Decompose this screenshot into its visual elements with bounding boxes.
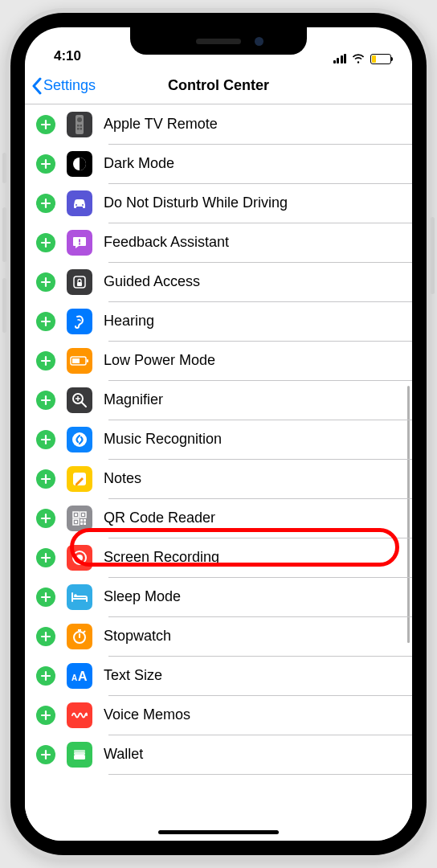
shazam-icon — [67, 427, 92, 452]
add-button[interactable] — [36, 233, 55, 252]
add-button[interactable] — [36, 351, 55, 371]
svg-rect-50 — [80, 519, 83, 522]
add-button[interactable] — [36, 194, 55, 213]
list-item-label: Screen Recording — [104, 549, 219, 566]
add-button[interactable] — [36, 430, 55, 449]
add-button[interactable] — [36, 154, 55, 174]
list-item[interactable]: Hearing — [25, 301, 412, 341]
ear-icon — [67, 309, 92, 334]
svg-point-38 — [72, 432, 87, 447]
list-item[interactable]: Low Power Mode — [25, 341, 412, 380]
list-item-label: Notes — [104, 470, 141, 487]
car-icon — [67, 190, 92, 216]
list-item[interactable]: Stopwatch — [25, 616, 412, 656]
record-icon — [67, 545, 92, 571]
list-item-label: Stopwatch — [104, 628, 171, 645]
svg-rect-52 — [80, 522, 83, 525]
plus-icon — [40, 710, 51, 721]
svg-rect-28 — [72, 358, 80, 363]
plus-icon — [40, 198, 51, 209]
add-button[interactable] — [36, 115, 55, 134]
add-button[interactable] — [36, 312, 55, 331]
controls-list[interactable]: Apple TV RemoteDark ModeDo Not Disturb W… — [25, 104, 412, 841]
add-button[interactable] — [36, 469, 55, 489]
list-item[interactable]: Screen Recording — [25, 538, 412, 577]
add-button[interactable] — [36, 391, 55, 410]
plus-icon — [40, 316, 51, 327]
volume-down-button — [2, 278, 6, 333]
list-item[interactable]: Do Not Disturb While Driving — [25, 183, 412, 223]
svg-rect-41 — [73, 473, 86, 485]
add-button[interactable] — [36, 627, 55, 646]
plus-icon — [40, 158, 51, 170]
list-item[interactable]: AAText Size — [25, 656, 412, 695]
svg-point-3 — [77, 117, 82, 122]
svg-rect-29 — [87, 359, 88, 362]
add-button[interactable] — [36, 706, 55, 725]
list-item-label: Magnifier — [104, 391, 163, 408]
voice-memos-icon — [67, 702, 92, 728]
phone-bezel: 4:10 Set — [10, 13, 427, 855]
list-item-label: Text Size — [104, 667, 162, 684]
svg-rect-4 — [77, 125, 80, 127]
back-button[interactable]: Settings — [31, 77, 96, 95]
list-item[interactable]: Wallet — [25, 735, 412, 774]
plus-icon — [40, 276, 51, 288]
svg-rect-5 — [80, 125, 83, 127]
svg-text:A: A — [71, 674, 77, 682]
add-button[interactable] — [36, 272, 55, 292]
svg-point-14 — [82, 204, 84, 206]
add-button[interactable] — [36, 745, 55, 764]
list-item-label: Apple TV Remote — [104, 116, 218, 133]
list-item-label: Low Power Mode — [104, 352, 215, 369]
add-button[interactable] — [36, 509, 55, 528]
svg-rect-47 — [82, 514, 84, 516]
add-button[interactable] — [36, 666, 55, 686]
speaker-grille — [196, 39, 241, 44]
list-item[interactable]: Apple TV Remote — [25, 104, 412, 144]
plus-icon — [40, 552, 51, 563]
plus-icon — [40, 237, 51, 248]
plus-icon — [40, 631, 51, 642]
svg-rect-7 — [80, 128, 83, 130]
list-item-label: Wallet — [104, 746, 143, 763]
wallet-icon — [67, 742, 92, 768]
list-item[interactable]: Sleep Mode — [25, 577, 412, 616]
plus-icon — [40, 355, 51, 366]
svg-rect-77 — [74, 755, 85, 760]
plus-icon — [40, 395, 51, 406]
svg-line-66 — [84, 631, 85, 633]
home-indicator[interactable] — [158, 830, 279, 834]
svg-rect-51 — [84, 519, 86, 522]
front-camera — [255, 37, 263, 46]
notch — [130, 27, 307, 55]
mute-switch — [2, 153, 6, 183]
plus-icon — [40, 592, 51, 603]
list-item[interactable]: Magnifier — [25, 380, 412, 420]
lock-square-icon — [67, 269, 92, 295]
row-separator — [108, 774, 412, 775]
text-size-icon: AA — [67, 663, 92, 689]
battery-indicator — [370, 54, 391, 64]
add-button[interactable] — [36, 548, 55, 567]
back-label: Settings — [43, 77, 96, 94]
list-item[interactable]: Dark Mode — [25, 144, 412, 183]
svg-rect-53 — [84, 522, 86, 525]
svg-rect-75 — [74, 750, 85, 752]
svg-line-33 — [82, 402, 87, 407]
dark-mode-icon — [67, 151, 92, 177]
svg-rect-6 — [77, 128, 80, 130]
list-item[interactable]: Music Recognition — [25, 420, 412, 459]
list-item[interactable]: Notes — [25, 459, 412, 498]
svg-rect-45 — [75, 514, 77, 516]
list-item[interactable]: QR Code Reader — [25, 498, 412, 538]
svg-rect-76 — [74, 752, 85, 755]
list-item[interactable]: Feedback Assistant — [25, 223, 412, 262]
add-button[interactable] — [36, 588, 55, 607]
chevron-left-icon — [31, 77, 42, 95]
svg-point-57 — [76, 555, 83, 561]
list-item[interactable]: Guided Access — [25, 262, 412, 301]
battery-icon — [67, 348, 92, 374]
list-item[interactable]: Voice Memos — [25, 695, 412, 735]
notes-icon — [67, 466, 92, 492]
